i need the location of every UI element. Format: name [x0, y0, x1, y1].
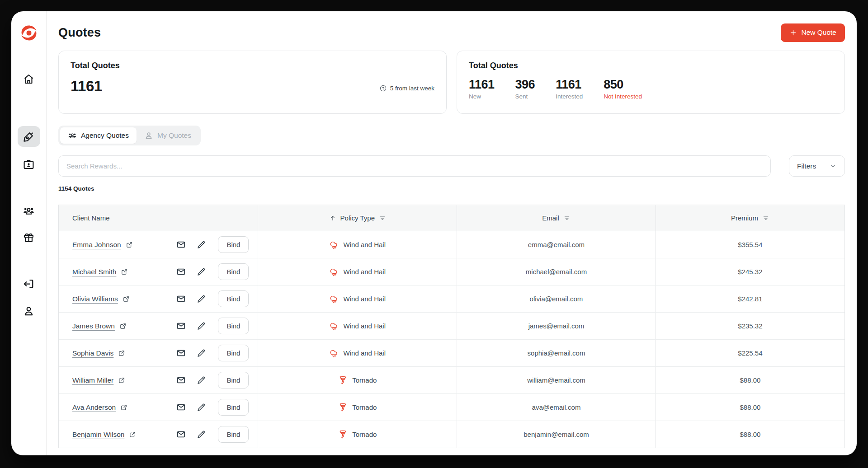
sidebar-item-profile[interactable] [23, 305, 35, 317]
bind-button[interactable]: Bind [218, 426, 249, 443]
policy-cell: Tornado [258, 421, 457, 448]
policy-cell: Wind and Hail [258, 258, 457, 285]
client-cell: William Miller Bind [59, 367, 258, 393]
wind-and-hail-icon [330, 294, 339, 304]
gift-icon [23, 231, 35, 243]
edit-quote-button[interactable] [197, 375, 206, 385]
open-client-button[interactable] [126, 241, 133, 248]
pencil-icon [197, 267, 206, 276]
sidebar-item-logout[interactable] [23, 278, 35, 290]
tab-agency-quotes[interactable]: Agency Quotes [60, 127, 137, 144]
edit-quote-button[interactable] [197, 348, 206, 358]
tornado-icon [338, 430, 348, 439]
policy-type-label: Tornado [352, 376, 377, 384]
pencil-icon [197, 402, 206, 412]
policy-cell: Wind and Hail [258, 340, 457, 366]
external-link-icon [118, 350, 125, 357]
client-name-link[interactable]: Olivia Williams [72, 295, 118, 303]
email-client-button[interactable] [176, 294, 186, 304]
main-content: Quotes New Quote Total Quotes 1161 5 fro… [47, 11, 857, 455]
column-header-email[interactable]: Email [457, 205, 656, 231]
edit-quote-button[interactable] [197, 430, 206, 439]
email-client-button[interactable] [176, 430, 186, 439]
chevron-down-icon [829, 162, 837, 170]
sidebar-item-team[interactable] [23, 205, 35, 217]
policy-cell: Tornado [258, 367, 457, 393]
sidebar-item-quotes[interactable] [18, 126, 40, 147]
policy-cell: Wind and Hail [258, 285, 457, 312]
email-client-button[interactable] [176, 240, 186, 249]
external-link-icon [123, 295, 130, 303]
tab-label: My Quotes [157, 131, 191, 140]
policy-type-label: Wind and Hail [344, 241, 386, 248]
edit-quote-button[interactable] [197, 267, 206, 276]
open-client-button[interactable] [123, 295, 130, 303]
filters-button[interactable]: Filters [789, 155, 845, 177]
open-client-button[interactable] [118, 350, 125, 357]
mail-icon [176, 321, 186, 331]
bind-button[interactable]: Bind [218, 372, 249, 388]
bind-button[interactable]: Bind [218, 290, 249, 307]
bind-button[interactable]: Bind [218, 236, 249, 253]
client-cell: Olivia Williams Bind [59, 285, 258, 312]
stat-new: 1161 New [469, 78, 495, 100]
bind-button[interactable]: Bind [218, 399, 249, 416]
stat-label: New [469, 93, 495, 100]
mail-icon [176, 267, 186, 276]
open-client-button[interactable] [119, 323, 127, 330]
client-name-link[interactable]: Michael Smith [72, 268, 116, 276]
stat-value: 1161 [556, 78, 583, 92]
client-name-link[interactable]: Ava Anderson [72, 403, 116, 412]
client-cell: James Brown Bind [59, 313, 258, 339]
edit-quote-button[interactable] [197, 321, 206, 331]
edit-quote-button[interactable] [197, 402, 206, 412]
stat-value: 1161 [469, 78, 495, 92]
wind-and-hail-icon [330, 267, 339, 276]
email-client-button[interactable] [176, 375, 186, 385]
pencil-icon [197, 348, 206, 358]
email-cell: olivia@email.com [457, 285, 656, 312]
email-client-button[interactable] [176, 321, 186, 331]
premium-cell: $88.00 [656, 394, 844, 421]
email-client-button[interactable] [176, 348, 186, 358]
email-client-button[interactable] [176, 402, 186, 412]
email-client-button[interactable] [176, 267, 186, 276]
new-quote-button[interactable]: New Quote [781, 23, 845, 42]
sidebar-item-home[interactable] [23, 73, 35, 85]
tab-my-quotes[interactable]: My Quotes [137, 127, 199, 144]
client-name-link[interactable]: Benjamin Wilson [72, 431, 124, 439]
quotes-breakdown-card: Total Quotes 1161 New 396 Sent 1161 Inte… [457, 51, 845, 114]
search-input[interactable] [58, 155, 771, 177]
policy-type-label: Wind and Hail [344, 268, 386, 276]
stat-interested: 1161 Interested [556, 78, 583, 100]
stat-not-interested: 850 Not Interested [604, 78, 642, 100]
sidebar-item-rewards[interactable] [23, 231, 35, 243]
edit-quote-button[interactable] [197, 294, 206, 304]
client-cell: Emma Johnson Bind [59, 231, 258, 258]
column-header-policy-type[interactable]: Policy Type [258, 205, 457, 231]
open-client-button[interactable] [129, 431, 136, 438]
client-name-link[interactable]: William Miller [72, 376, 113, 384]
client-name-link[interactable]: Emma Johnson [72, 241, 121, 249]
bind-button[interactable]: Bind [218, 318, 249, 334]
sidebar-item-contacts[interactable] [23, 159, 35, 171]
bind-button[interactable]: Bind [218, 263, 249, 280]
client-name-link[interactable]: James Brown [72, 322, 115, 330]
users-icon [23, 205, 35, 217]
open-client-button[interactable] [118, 377, 125, 384]
app-window: Quotes New Quote Total Quotes 1161 5 fro… [11, 11, 857, 455]
stat-value: 850 [604, 78, 642, 92]
summary-cards: Total Quotes 1161 5 from last week Total… [58, 51, 845, 114]
bind-button[interactable]: Bind [218, 345, 249, 361]
mail-icon [176, 430, 186, 439]
column-header-premium[interactable]: Premium [656, 205, 844, 231]
client-name-link[interactable]: Sophia Davis [72, 349, 113, 357]
tornado-icon [338, 375, 348, 385]
page-header: Quotes New Quote [58, 22, 845, 43]
open-client-button[interactable] [120, 404, 127, 411]
edit-quote-button[interactable] [197, 240, 206, 249]
total-quotes-value: 1161 [71, 78, 102, 95]
column-header-client-name[interactable]: Client Name [59, 205, 258, 231]
open-client-button[interactable] [121, 268, 128, 276]
stats-row: 1161 New 396 Sent 1161 Interested 850 No… [469, 78, 833, 100]
